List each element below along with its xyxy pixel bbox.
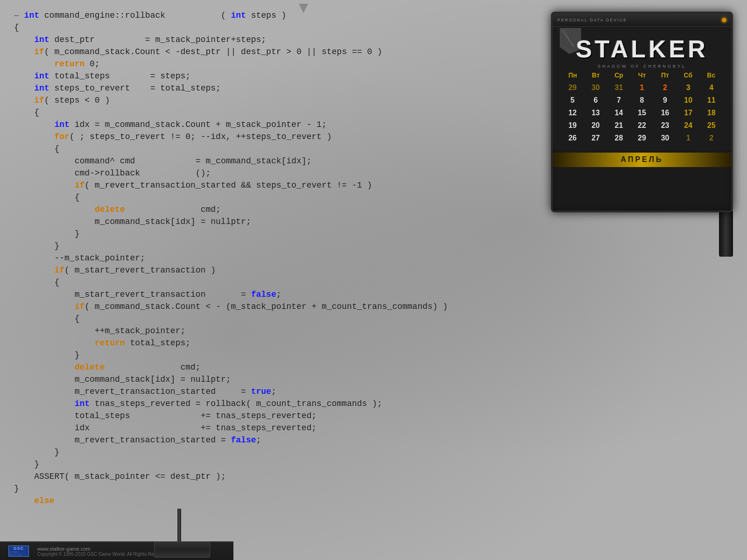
calendar-day-cell[interactable]: 16 — [654, 107, 677, 119]
calendar-day-cell[interactable]: 5 — [561, 94, 584, 106]
footer-website: www.stalker-game.com — [37, 546, 168, 552]
code-line: } — [14, 446, 733, 458]
calendar-day-cell[interactable]: 8 — [631, 94, 654, 106]
code-line: int tnas_steps_reverted = rollback( m_co… — [14, 398, 733, 410]
code-line: if( m_command_stack.Count < - (m_stack_p… — [14, 301, 733, 313]
calendar-day-header: Чт — [630, 70, 653, 80]
code-line: m_command_stack[idx] = nullptr; — [14, 216, 733, 228]
code-line: m_revert_transaction_started = true; — [14, 385, 733, 398]
code-line: if( m_start_revert_transaction ) — [14, 264, 733, 276]
code-line: { — [14, 276, 733, 288]
footer-copyright: Copyright © 1995-2010 GSC Game World. Al… — [37, 552, 168, 557]
code-line: m_command_stack[idx] = nullptr; — [14, 373, 733, 385]
calendar-day-cell[interactable]: 7 — [607, 94, 630, 106]
pda-cable — [719, 210, 733, 257]
stalker-logo-text: STALKER — [576, 35, 708, 63]
pda-label: PERSONAL DATA DEVICE — [557, 18, 627, 22]
calendar-day-header: Пн — [561, 70, 584, 80]
calendar-day-cell[interactable]: 3 — [677, 82, 700, 94]
calendar-day-cell[interactable]: 1 — [631, 82, 654, 94]
calendar-header: ПнВтСрЧтПтСбВс — [561, 70, 723, 80]
calendar-day-cell[interactable]: 29 — [561, 82, 584, 94]
code-line: } — [14, 483, 733, 495]
stalker-logo: STALKER — [557, 30, 726, 66]
calendar-day-header: Вс — [700, 70, 723, 80]
code-line: m_revert_transaction_started = false; — [14, 434, 733, 446]
calendar-day-cell[interactable]: 27 — [585, 132, 607, 144]
code-line: return total_steps; — [14, 337, 733, 349]
usb-connector — [154, 541, 210, 558]
calendar-day-cell[interactable]: 13 — [585, 107, 607, 119]
calendar-day-cell[interactable]: 21 — [607, 119, 630, 132]
usb-wire — [177, 509, 181, 546]
calendar-day-cell[interactable]: 30 — [585, 82, 607, 94]
code-line: total_steps += tnas_steps_reverted; — [14, 410, 733, 422]
calendar-day-cell[interactable]: 9 — [654, 94, 677, 106]
code-line: ++m_stack_pointer; — [14, 325, 733, 337]
calendar-day-cell[interactable]: 29 — [631, 132, 654, 144]
calendar-day-cell[interactable]: 14 — [607, 107, 630, 119]
calendar-day-cell[interactable]: 30 — [654, 132, 677, 144]
calendar-day-cell[interactable]: 18 — [700, 107, 723, 119]
calendar-grid: 2930311234567891011121314151617181920212… — [561, 82, 723, 144]
code-line: } — [14, 240, 733, 252]
calendar-day-cell[interactable]: 17 — [677, 107, 700, 119]
calendar-day-header: Ср — [607, 70, 630, 80]
calendar-day-cell[interactable]: 31 — [607, 82, 630, 94]
pda-screen: STALKER SHADOW OF CHERNOBYL ПнВтСрЧтПтСб… — [553, 27, 731, 150]
calendar-day-header: Вт — [584, 70, 607, 80]
calendar-day-cell[interactable]: 2 — [700, 132, 723, 144]
calendar-day-cell[interactable]: 19 — [561, 119, 584, 132]
calendar-day-cell[interactable]: 28 — [607, 132, 630, 144]
code-line: m_start_revert_transaction = false; — [14, 288, 733, 301]
code-line: delete cmd; — [14, 361, 733, 373]
calendar-footer: АПРЕЛЬ — [553, 153, 731, 167]
calendar-day-cell[interactable]: 26 — [561, 132, 584, 144]
calendar-day-cell[interactable]: 12 — [561, 107, 584, 119]
calendar-day-cell[interactable]: 6 — [585, 94, 607, 106]
gsc-logo-box: GSC GAME WORLD — [8, 546, 29, 557]
calendar-day-cell[interactable]: 11 — [700, 94, 723, 106]
calendar-day-cell[interactable]: 23 — [654, 119, 677, 132]
gsc-logo: GSC GAME WORLD — [7, 544, 30, 558]
calendar-day-cell[interactable]: 4 — [700, 82, 723, 94]
code-line: } — [14, 349, 733, 361]
code-line: --m_stack_pointer; — [14, 252, 733, 264]
code-line: } — [14, 458, 733, 470]
code-line: ASSERT( m_stack_pointer <= dest_ptr ); — [14, 470, 733, 483]
calendar-day-cell[interactable]: 15 — [631, 107, 654, 119]
calendar-month-name: АПРЕЛЬ — [621, 155, 663, 163]
calendar-day-cell[interactable]: 25 — [700, 119, 723, 132]
calendar-day-cell[interactable]: 24 — [677, 119, 700, 132]
calendar-day-header: Пт — [654, 70, 677, 80]
pda-led-indicator — [722, 18, 726, 22]
calendar: ПнВтСрЧтПтСбВс 2930311234567891011121314… — [557, 69, 726, 146]
code-line: { — [14, 313, 733, 325]
code-line: } — [14, 228, 733, 240]
code-line: else — [14, 495, 733, 507]
calendar-day-cell[interactable]: 10 — [677, 94, 700, 106]
calendar-day-cell[interactable]: 20 — [585, 119, 607, 132]
calendar-day-cell[interactable]: 2 — [654, 82, 677, 94]
gsc-text-line1: GSC — [14, 546, 24, 551]
calendar-day-cell[interactable]: 22 — [631, 119, 654, 132]
pda-widget: PERSONAL DATA DEVICE STALKER SHADOW OF C… — [551, 12, 733, 212]
code-line: idx += tnas_steps_reverted; — [14, 422, 733, 434]
pda-top-bar: PERSONAL DATA DEVICE — [553, 14, 731, 27]
gsc-text-line2: GAME WORLD — [9, 551, 28, 556]
calendar-day-header: Сб — [677, 70, 699, 80]
calendar-day-cell[interactable]: 1 — [677, 132, 700, 144]
